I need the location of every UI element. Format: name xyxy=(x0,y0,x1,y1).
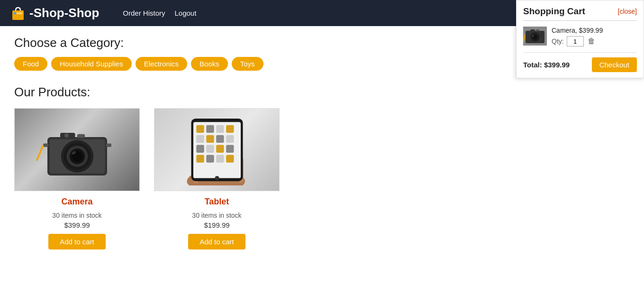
logo-icon xyxy=(9,5,27,22)
svg-rect-30 xyxy=(206,135,214,142)
shopping-cart-panel: Shopping Cart [close] Camera, $399.99 Qt… xyxy=(516,0,644,78)
svg-rect-33 xyxy=(196,145,204,152)
categories-container: Food Household Supplies Electronics Book… xyxy=(14,57,502,71)
product-card-tablet: Tablet 30 items in stock $199.99 Add to … xyxy=(154,108,280,250)
category-books[interactable]: Books xyxy=(191,57,228,71)
category-toys[interactable]: Toys xyxy=(232,57,263,71)
tablet-svg xyxy=(170,114,264,185)
product-card-camera: Camera 30 items in stock $399.99 Add to … xyxy=(14,108,140,250)
category-food[interactable]: Food xyxy=(14,57,47,71)
camera-stock: 30 items in stock xyxy=(52,212,101,219)
tablet-name: Tablet xyxy=(205,197,229,207)
svg-rect-40 xyxy=(226,155,234,162)
svg-rect-12 xyxy=(77,134,85,138)
camera-image xyxy=(14,108,140,191)
cart-item-name: Camera, $399.99 xyxy=(552,27,637,34)
camera-price: $399.99 xyxy=(64,221,90,229)
products-grid: Camera 30 items in stock $399.99 Add to … xyxy=(14,108,502,250)
svg-rect-35 xyxy=(216,145,224,152)
tablet-add-to-cart-button[interactable]: Add to cart xyxy=(188,234,245,250)
cart-qty-row: Qty: 🗑 xyxy=(552,36,637,46)
cart-header: Shopping Cart [close] xyxy=(523,6,637,21)
cart-qty-input[interactable] xyxy=(567,36,584,46)
svg-rect-26 xyxy=(206,125,214,132)
svg-rect-34 xyxy=(206,145,214,152)
svg-rect-14 xyxy=(106,143,111,147)
cart-delete-button[interactable]: 🗑 xyxy=(587,37,596,46)
svg-rect-37 xyxy=(196,155,204,162)
svg-line-15 xyxy=(36,145,43,160)
svg-rect-27 xyxy=(216,125,224,132)
cart-qty-label: Qty: xyxy=(552,37,564,45)
camera-svg xyxy=(35,117,120,183)
svg-rect-13 xyxy=(43,143,48,147)
svg-rect-29 xyxy=(196,135,204,142)
tablet-price: $199.99 xyxy=(204,221,229,229)
cart-close-button[interactable]: [close] xyxy=(618,8,637,15)
camera-name: Camera xyxy=(61,197,92,207)
svg-rect-39 xyxy=(216,155,224,162)
svg-rect-32 xyxy=(226,135,234,142)
cart-total: Total: $399.99 xyxy=(523,61,570,69)
svg-point-16 xyxy=(64,133,69,137)
cart-footer: Total: $399.99 Checkout xyxy=(523,52,637,72)
svg-rect-2 xyxy=(17,12,22,14)
category-household-supplies[interactable]: Household Supplies xyxy=(51,57,131,71)
checkout-button[interactable]: Checkout xyxy=(592,57,637,72)
cart-item-image xyxy=(523,27,547,46)
svg-rect-36 xyxy=(226,145,234,152)
svg-rect-31 xyxy=(216,135,224,142)
header-nav: Order History Logout xyxy=(123,9,196,17)
svg-line-49 xyxy=(524,35,525,41)
order-history-link[interactable]: Order History xyxy=(123,9,165,17)
tablet-image xyxy=(154,108,280,191)
logo-text: -Shop-Shop xyxy=(29,6,99,20)
svg-rect-46 xyxy=(530,29,535,32)
cart-item: Camera, $399.99 Qty: 🗑 xyxy=(523,27,637,46)
cart-title: Shopping Cart xyxy=(523,6,585,17)
main-content: Choose a Category: Food Household Suppli… xyxy=(0,26,517,259)
category-electronics[interactable]: Electronics xyxy=(136,57,187,71)
camera-add-to-cart-button[interactable]: Add to cart xyxy=(48,234,106,250)
svg-rect-1 xyxy=(14,12,16,14)
cart-camera-icon xyxy=(524,27,546,45)
logout-link[interactable]: Logout xyxy=(174,9,196,17)
cart-item-details: Camera, $399.99 Qty: 🗑 xyxy=(552,27,637,46)
svg-rect-47 xyxy=(536,29,539,31)
svg-point-41 xyxy=(215,176,219,180)
products-title: Our Products: xyxy=(14,85,502,100)
choose-category-title: Choose a Category: xyxy=(14,36,502,50)
tablet-stock: 30 items in stock xyxy=(192,212,241,219)
svg-rect-28 xyxy=(226,125,234,132)
svg-rect-0 xyxy=(12,10,24,20)
svg-rect-38 xyxy=(206,155,214,162)
svg-rect-25 xyxy=(196,125,204,132)
logo[interactable]: -Shop-Shop xyxy=(9,5,99,22)
